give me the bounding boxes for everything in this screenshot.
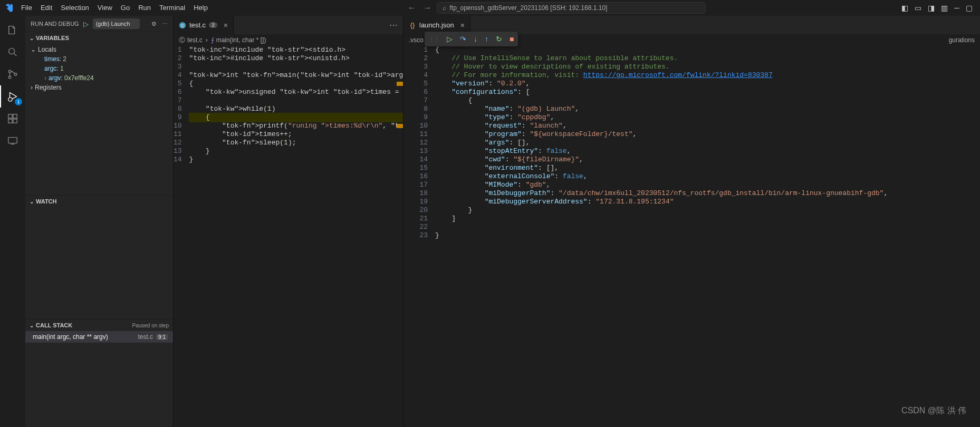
menu-edit[interactable]: Edit — [36, 0, 56, 16]
callstack-header[interactable]: ⌄ CALL STACK Paused on step — [25, 319, 173, 331]
layout-primary-icon[interactable]: ◧ — [901, 4, 908, 12]
menu-run[interactable]: Run — [134, 0, 155, 16]
var-argv[interactable]: ›argv: 0x7efffe24 — [25, 73, 173, 83]
c-file-icon: C — [179, 22, 186, 29]
function-icon: ⨍ — [211, 36, 214, 44]
layout-secondary-icon[interactable]: ◨ — [928, 4, 935, 12]
tab-bar-left: C test.c 3 × ⋯ — [174, 16, 403, 34]
step-over-button[interactable]: ↷ — [460, 35, 466, 43]
menu-bar: File Edit Selection View Go Run Terminal… — [0, 0, 980, 16]
chevron-down-icon: ⌄ — [30, 35, 34, 41]
watermark: CSDN @陈 洪 伟 — [901, 405, 966, 416]
variables-header[interactable]: ⌄ VARIABLES — [25, 32, 173, 44]
layout-custom-icon[interactable]: ▥ — [941, 4, 948, 12]
continue-button[interactable]: ▷ — [447, 35, 453, 43]
chevron-right-icon: › — [31, 84, 33, 91]
drag-handle-icon[interactable]: ⋮⋮ — [429, 36, 439, 42]
restart-button[interactable]: ↻ — [496, 35, 502, 43]
svg-point-0 — [9, 48, 15, 54]
var-argc[interactable]: argc: 1 — [25, 64, 173, 73]
layout-panel-icon[interactable]: ▭ — [915, 4, 921, 12]
vscode-logo-icon — [4, 4, 13, 12]
nav-forward-icon[interactable]: → — [423, 3, 431, 13]
menu-items: File Edit Selection View Go Run Terminal… — [17, 0, 212, 16]
editor-pane-left: C test.c 3 × ⋯ Ⓒ test.c › ⨍ main(int, ch… — [173, 16, 403, 427]
editor-pane-right: {} launch.json × .vsco gurations 1234567… — [403, 16, 980, 427]
nav-back-icon[interactable]: ← — [407, 3, 416, 13]
command-center[interactable]: ⌕ ftp_openssh_gdbServer_20231106 [SSH: 1… — [437, 2, 706, 14]
c-file-icon: Ⓒ — [179, 36, 185, 45]
chevron-down-icon: ⌄ — [30, 199, 34, 205]
callstack-section: ⌄ CALL STACK Paused on step main(int arg… — [25, 319, 173, 427]
editor-left[interactable]: 123456789▷1011121314"tok-inc">#include "… — [174, 46, 403, 427]
registers-group[interactable]: › Registers — [25, 83, 173, 92]
svg-rect-7 — [8, 119, 12, 123]
breadcrumb-left[interactable]: Ⓒ test.c › ⨍ main(int, char * []) — [174, 34, 403, 46]
json-file-icon: {} — [409, 22, 416, 29]
callstack-row[interactable]: main(int argc, char ** argv) test.c 9:1 — [25, 331, 173, 343]
more-icon[interactable]: ⋯ — [389, 20, 398, 30]
debug-badge: 1 — [15, 98, 22, 105]
debug-sidebar: RUN AND DEBUG ▷ (gdb) Launch ⚙ ⋯ ⌄ VARIA… — [25, 16, 173, 427]
tab-test-c[interactable]: C test.c 3 × — [174, 16, 234, 34]
scm-icon[interactable] — [0, 63, 25, 85]
close-icon[interactable]: × — [224, 21, 228, 30]
locals-group[interactable]: ⌄ Locals — [25, 45, 173, 54]
gear-icon[interactable]: ⚙ — [151, 21, 157, 27]
chevron-down-icon: ⌄ — [31, 46, 36, 53]
watch-section: ⌄ WATCH — [25, 195, 173, 319]
svg-rect-8 — [13, 119, 17, 123]
step-into-button[interactable]: ↓ — [474, 35, 477, 43]
debug-icon[interactable]: 1 — [0, 85, 25, 108]
menu-go[interactable]: Go — [117, 0, 134, 16]
maximize-icon[interactable]: ▢ — [966, 4, 973, 12]
menu-selection[interactable]: Selection — [56, 0, 93, 16]
more-icon[interactable]: ⋯ — [162, 21, 168, 27]
tab-badge: 3 — [209, 22, 217, 28]
svg-rect-5 — [8, 114, 12, 118]
close-icon[interactable]: × — [460, 21, 465, 30]
stop-button[interactable]: ■ — [510, 35, 514, 43]
svg-rect-9 — [8, 138, 17, 143]
menu-file[interactable]: File — [17, 0, 36, 16]
step-out-button[interactable]: ↑ — [485, 35, 488, 43]
menu-terminal[interactable]: Terminal — [155, 0, 189, 16]
start-debug-button[interactable]: ▷ — [83, 20, 89, 28]
svg-point-2 — [8, 76, 11, 79]
activity-bar: 1 — [0, 16, 25, 427]
files-icon[interactable] — [0, 19, 25, 41]
menu-help[interactable]: Help — [189, 0, 212, 16]
command-center-text: ftp_openssh_gdbServer_20231106 [SSH: 192… — [449, 4, 607, 12]
svg-text:C: C — [181, 23, 184, 27]
launch-config-select[interactable]: (gdb) Launch — [93, 18, 140, 29]
watch-header[interactable]: ⌄ WATCH — [25, 196, 173, 207]
remote-explorer-icon[interactable] — [0, 130, 25, 152]
chevron-down-icon: ⌄ — [30, 323, 34, 328]
menu-view[interactable]: View — [93, 0, 117, 16]
svg-point-1 — [8, 70, 11, 73]
extensions-icon[interactable] — [0, 108, 25, 130]
minimize-icon[interactable]: ─ — [954, 4, 959, 12]
variables-section: ⌄ VARIABLES ⌄ Locals times: 2 argc: 1 ›a… — [25, 32, 173, 195]
search-icon[interactable] — [0, 41, 25, 63]
editor-right[interactable]: 1234567891011121314151617181920212223{ /… — [403, 46, 980, 427]
debug-toolbar[interactable]: ⋮⋮ ▷ ↷ ↓ ↑ ↻ ■ — [425, 32, 518, 46]
search-icon: ⌕ — [443, 4, 446, 12]
var-times[interactable]: times: 2 — [25, 54, 173, 64]
svg-rect-6 — [13, 114, 17, 118]
svg-point-4 — [8, 98, 12, 101]
run-debug-title: RUN AND DEBUG — [31, 21, 79, 27]
